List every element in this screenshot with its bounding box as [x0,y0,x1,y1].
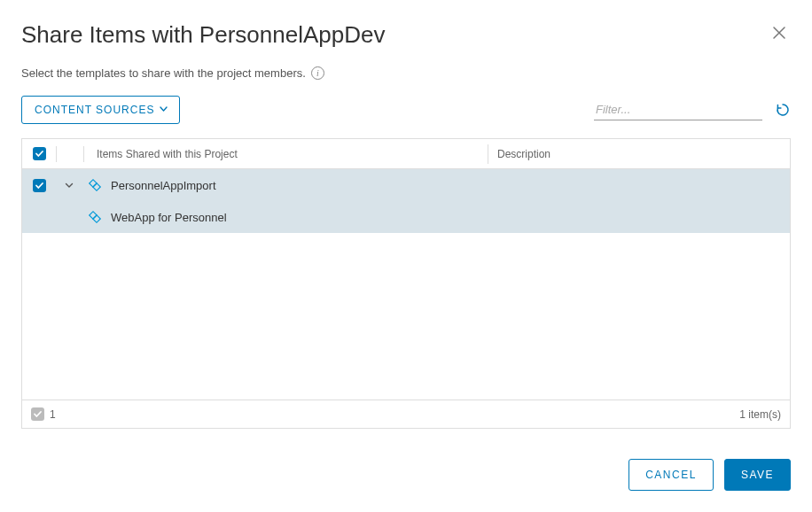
dialog-title: Share Items with PersonnelAppDev [21,21,385,49]
dialog-subtitle: Select the templates to share with the p… [21,66,306,80]
expand-toggle[interactable] [56,182,82,189]
table-body: PersonnelAppImport WebApp for Personnel [22,169,790,400]
cancel-button[interactable]: CANCEL [629,459,714,491]
table-footer: 1 1 item(s) [22,400,790,428]
item-name: WebApp for Personnel [107,211,488,224]
filter-input[interactable] [594,99,762,120]
refresh-icon [775,102,791,118]
save-button[interactable]: SAVE [724,459,791,491]
info-icon[interactable]: i [311,66,324,80]
row-group: PersonnelAppImport WebApp for Personnel [22,169,790,233]
blueprint-icon [88,178,102,192]
refresh-button[interactable] [775,102,791,118]
table-row[interactable]: PersonnelAppImport [22,169,790,201]
select-all-checkbox[interactable] [33,147,46,160]
row-checkbox[interactable] [33,179,46,192]
column-header-description[interactable]: Description [488,148,790,160]
total-items-label: 1 item(s) [739,408,781,421]
chevron-down-icon [160,106,167,113]
table-row[interactable]: WebApp for Personnel [22,201,790,233]
blueprint-icon [88,210,102,224]
footer-checkbox[interactable] [31,407,44,421]
close-icon [771,25,787,41]
item-name: PersonnelAppImport [107,179,488,192]
items-table: Items Shared with this Project Descripti… [21,138,791,429]
content-sources-dropdown[interactable]: CONTENT SOURCES [21,96,180,124]
chevron-down-icon [65,182,74,189]
table-header: Items Shared with this Project Descripti… [22,139,790,169]
close-button[interactable] [768,21,791,44]
selected-count: 1 [50,408,56,421]
content-sources-label: CONTENT SOURCES [35,104,154,116]
column-header-name[interactable]: Items Shared with this Project [84,148,488,160]
